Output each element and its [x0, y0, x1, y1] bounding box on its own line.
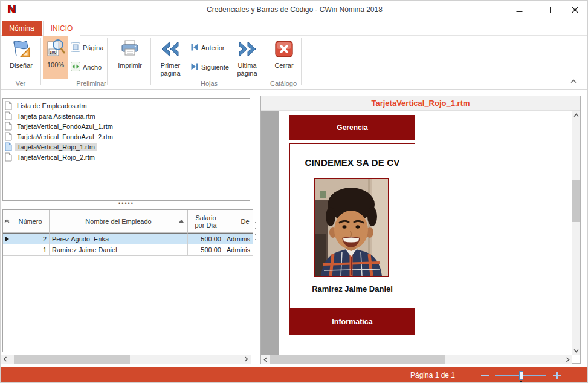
pagina-button[interactable]: Página — [71, 42, 103, 54]
file-name: TarjetaVertical_Rojo_2.rtm — [15, 153, 97, 162]
file-name: TarjetaVertical_Rojo_1.rtm — [15, 143, 97, 151]
cerrar-label: Cerrar — [274, 62, 293, 70]
grid-row[interactable]: 1 Ramirez Jaime Daniel 500.00 Adminis — [3, 244, 253, 256]
chevron-right-icon — [566, 357, 570, 362]
file-name: TarjetaVertical_FondoAzul_1.rtm — [15, 122, 115, 131]
scroll-right-button[interactable] — [563, 355, 572, 364]
list-item[interactable]: Tarjeta para Asistencia.rtm — [3, 111, 250, 121]
cell-numero: 1 — [11, 244, 50, 256]
group-label-preliminar: Preliminar — [76, 80, 106, 87]
zoom-100-button[interactable]: 100 100% — [43, 36, 68, 79]
column-header-salario[interactable]: Salario por Día — [188, 210, 224, 233]
window-title: Credenciales y Barras de Código - CWin N… — [1, 5, 588, 14]
maximize-button[interactable] — [533, 1, 561, 19]
column-header-nombre[interactable]: Nombre del Empleado — [50, 210, 188, 233]
group-label-ver: Ver — [16, 80, 26, 87]
minimize-button[interactable] — [505, 1, 533, 19]
cell-numero: 2 — [11, 233, 50, 244]
svg-text:100: 100 — [50, 50, 57, 54]
preview-title: TarjetaVertical_Rojo_1.rtm — [261, 96, 580, 111]
scrollbar-thumb[interactable] — [14, 355, 130, 364]
ribbon-separator — [267, 38, 267, 85]
chevron-up-icon — [573, 113, 579, 117]
pagina-label: Página — [83, 44, 103, 51]
printer-icon — [120, 38, 140, 60]
bar-triangle-left-icon — [190, 43, 199, 53]
document-icon — [5, 142, 12, 151]
zoom-out-button[interactable] — [481, 375, 489, 376]
list-item[interactable]: TarjetaVertical_Rojo_2.rtm — [3, 152, 250, 162]
scrollbar-thumb[interactable] — [270, 355, 445, 364]
company-name: CINDEMEX SA DE CV — [290, 157, 415, 168]
preview-hscrollbar[interactable] — [261, 355, 572, 364]
column-header-departamento[interactable]: De — [224, 210, 253, 233]
zoom-slider[interactable] — [495, 375, 546, 376]
red-x-icon — [274, 38, 294, 60]
primer-pagina-button[interactable]: Primer página — [154, 37, 187, 78]
group-label-hojas: Hojas — [201, 80, 218, 87]
scroll-right-button[interactable] — [242, 355, 251, 364]
cell-salario: 500.00 — [188, 233, 224, 244]
column-header-numero[interactable]: Número — [11, 210, 50, 233]
title-bar: N Credenciales y Barras de Código - CWin… — [1, 1, 588, 20]
list-item-selected[interactable]: TarjetaVertical_Rojo_1.rtm — [3, 142, 250, 152]
asterisk-icon — [4, 218, 10, 224]
scrollbar-thumb[interactable] — [572, 180, 580, 222]
scroll-left-button[interactable] — [1, 355, 10, 364]
new-row-header-cell — [3, 210, 11, 233]
page-square-icon — [71, 42, 80, 53]
ribbon-separator — [301, 38, 302, 85]
row-indicator-cell — [3, 244, 11, 256]
zoom-slider-tick — [520, 381, 522, 383]
disenar-button[interactable]: Diseñar — [4, 37, 38, 78]
chevron-down-icon — [573, 349, 579, 353]
scroll-down-button[interactable] — [572, 346, 580, 355]
employees-grid[interactable]: Número Nombre del Empleado Salario por D… — [2, 209, 253, 352]
app-window: N Credenciales y Barras de Código - CWin… — [0, 0, 588, 383]
window-controls — [505, 1, 588, 19]
preview-vscrollbar[interactable] — [572, 111, 580, 355]
list-item[interactable]: TarjetaVertical_FondoAzul_1.rtm — [3, 121, 250, 131]
row-indicator-cell — [3, 233, 11, 244]
cell-departamento: Adminis — [224, 244, 253, 256]
employee-name: Ramirez Jaime Daniel — [290, 284, 415, 293]
ribbon-separator — [40, 38, 41, 85]
zoom-controls — [481, 367, 561, 383]
magnifier-100-icon: 100 — [46, 38, 65, 59]
ultima-pagina-button[interactable]: Ultima página — [230, 37, 264, 78]
file-name: Tarjeta para Asistencia.rtm — [15, 112, 97, 120]
file-name: TarjetaVertical_FondoAzul_2.rtm — [15, 133, 115, 141]
preview-page: Gerencia CINDEMEX SA DE CV — [261, 111, 572, 355]
maximize-icon — [544, 7, 551, 13]
width-arrows-icon — [71, 62, 80, 73]
horizontal-splitter[interactable]: ••••• — [112, 201, 140, 206]
zoom-slider-thumb[interactable] — [519, 371, 523, 380]
report-file-list[interactable]: Lista de Empleados.rtm Tarjeta para Asis… — [2, 98, 250, 201]
design-flag-ruler-icon — [11, 38, 31, 60]
close-button[interactable] — [561, 1, 588, 19]
zoom-in-button[interactable] — [553, 372, 561, 379]
ancho-button[interactable]: Ancho — [71, 61, 102, 73]
vertical-splitter[interactable] — [254, 222, 257, 240]
list-item[interactable]: Lista de Empleados.rtm — [3, 100, 250, 111]
tab-inicio[interactable]: INICIO — [43, 21, 80, 36]
tab-nomina[interactable]: Nómina — [2, 21, 42, 36]
left-panel-hscrollbar[interactable] — [1, 355, 251, 364]
list-item[interactable]: TarjetaVertical_FondoAzul_2.rtm — [3, 131, 250, 142]
scroll-left-button[interactable] — [261, 355, 270, 364]
cell-nombre: Perez Agudo Erika — [50, 233, 188, 244]
imprimir-button[interactable]: Imprimir — [112, 37, 148, 78]
siguiente-button[interactable]: Siguiente — [190, 61, 229, 73]
chevron-up-icon — [570, 79, 577, 83]
anterior-button[interactable]: Anterior — [190, 42, 225, 54]
file-name: Lista de Empleados.rtm — [15, 102, 89, 110]
document-icon — [5, 132, 12, 141]
document-icon — [5, 122, 12, 131]
scroll-up-button[interactable] — [572, 111, 580, 120]
cerrar-button[interactable]: Cerrar — [270, 37, 298, 78]
ultima-pagina-label: Ultima página — [230, 62, 264, 77]
collapse-ribbon-button[interactable] — [569, 78, 578, 84]
portrait-image — [315, 179, 388, 276]
grid-row-selected[interactable]: 2 Perez Agudo Erika 500.00 Adminis — [3, 233, 253, 244]
chevron-right-icon — [244, 356, 248, 362]
